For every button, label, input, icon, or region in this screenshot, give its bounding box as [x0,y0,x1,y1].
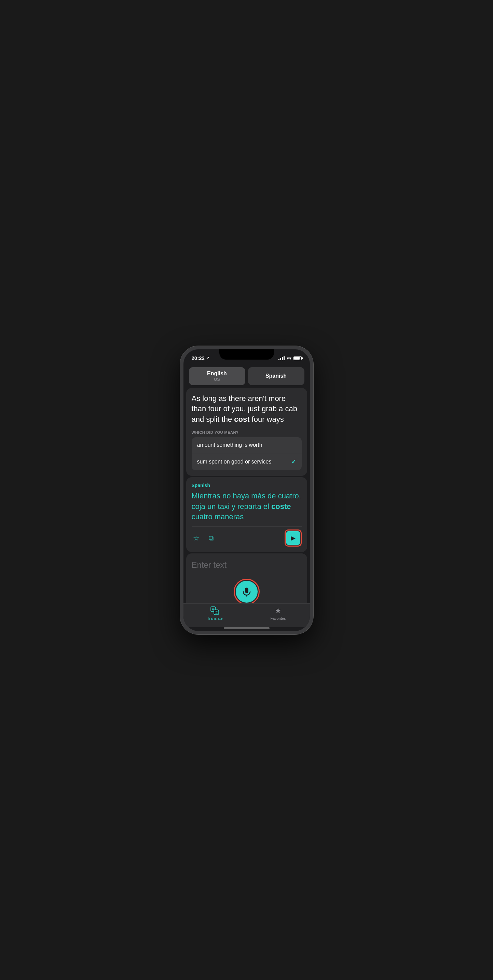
target-language-button[interactable]: Spanish [248,367,304,385]
translated-language-label: Spanish [192,483,302,488]
tab-translate[interactable]: A 文 Translate [184,606,247,620]
time-display: 20:22 [192,355,204,361]
copy-icon: ⧉ [209,534,214,542]
checkmark-icon: ✓ [291,458,296,466]
target-language-name: Spanish [252,373,300,379]
source-text-after: four ways [250,415,284,423]
source-language-name: English [193,371,241,377]
mic-button[interactable] [236,581,258,603]
disambiguation-label: WHICH DID YOU MEAN? [192,430,302,434]
source-language-region: US [193,377,241,382]
translated-text-bold: coste [271,502,291,511]
option-item-1[interactable]: amount something is worth [192,437,302,453]
translated-text: Mientras no haya más de cuatro, coja un … [192,491,302,522]
translated-text-after: cuatro maneras [192,512,244,521]
copy-button[interactable]: ⧉ [208,533,215,544]
screen: 20:22 ↗ ▾▾ English US [184,349,310,631]
action-bar: ☆ ⧉ ▶ [192,527,302,547]
source-text: As long as there aren't more than four o… [192,393,302,425]
translation-card: Spanish Mientras no haya más de cuatro, … [186,477,307,552]
option-item-2[interactable]: sum spent on good or services ✓ [192,453,302,470]
option-text-1: amount something is worth [197,442,262,448]
mic-button-wrapper [234,579,260,603]
option-text-2: sum spent on good or services [197,459,272,465]
disambiguation-options: amount something is worth sum spent on g… [192,437,302,470]
input-area[interactable]: Enter text [186,554,307,603]
wifi-icon: ▾▾ [287,355,292,361]
svg-rect-0 [245,588,248,593]
tab-favorites-label: Favorites [270,616,285,620]
tab-translate-label: Translate [207,616,222,620]
status-time: 20:22 ↗ [192,355,209,361]
notch [219,349,274,360]
play-button-wrapper: ▶ [285,530,302,547]
tab-favorites[interactable]: ★ Favorites [247,606,310,620]
favorites-tab-icon: ★ [275,606,282,615]
source-text-bold: cost [234,415,249,423]
battery-icon [293,356,302,360]
location-icon: ↗ [206,356,209,360]
content-area: As long as there aren't more than four o… [184,388,310,603]
result-card: As long as there aren't more than four o… [186,388,307,476]
play-icon: ▶ [291,534,295,542]
tab-bar: A 文 Translate ★ Favorites [184,603,310,627]
play-button[interactable]: ▶ [286,531,300,545]
favorite-button[interactable]: ☆ [192,533,201,544]
enter-text-label: Enter text [192,560,227,570]
source-language-button[interactable]: English US [189,367,245,385]
translate-tab-icon: A 文 [211,606,219,615]
phone-frame: 20:22 ↗ ▾▾ English US [180,346,313,635]
action-icons-left: ☆ ⧉ [192,533,215,544]
svg-text:文: 文 [215,611,218,614]
star-icon: ☆ [193,534,199,542]
mic-svg-icon [241,587,252,597]
status-icons: ▾▾ [279,355,302,361]
signal-icon [279,356,285,360]
home-indicator [224,627,269,629]
language-selector: English US Spanish [184,364,310,388]
